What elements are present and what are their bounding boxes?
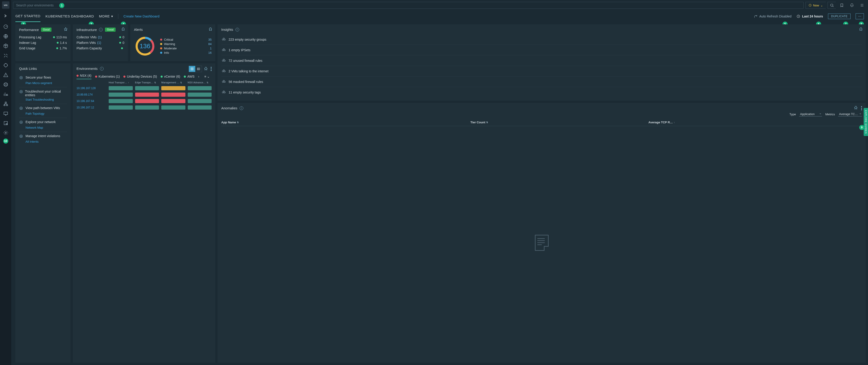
status-bar[interactable] [161, 105, 185, 110]
alert-legend-row[interactable]: Critical35 [160, 38, 212, 41]
nav-internet-icon[interactable] [0, 80, 11, 89]
status-bar[interactable] [109, 93, 133, 97]
status-bar[interactable] [135, 93, 159, 97]
insight-row[interactable]: 1 empty IPSets [221, 45, 862, 55]
info-icon[interactable]: i [100, 67, 104, 70]
quicklink-link[interactable]: Start Troubleshooting [26, 98, 67, 101]
nav-analytics-icon[interactable] [0, 89, 11, 99]
metrics-select[interactable]: Average TC… [838, 112, 862, 117]
nav-tools-icon[interactable] [0, 51, 11, 60]
env-row-ip[interactable]: 10.196.167.128 [76, 87, 106, 90]
metric-row[interactable]: Processing Lag113 ms [19, 34, 67, 40]
metric-row[interactable]: Indexer Lag1.4 s [19, 40, 67, 45]
env-row-ip[interactable]: 10.196.167.64 [76, 99, 106, 103]
col-avg-tcp[interactable]: Average TCP R…↓ [648, 121, 862, 124]
alerts-donut-chart[interactable]: 136 [134, 35, 156, 57]
col-header[interactable]: Host Transpor…↑ [109, 81, 133, 84]
alert-legend-row[interactable]: Info16 [160, 51, 212, 55]
status-bar[interactable] [109, 105, 133, 110]
vmware-logo[interactable]: vm [2, 1, 9, 9]
status-bar[interactable] [161, 93, 185, 97]
status-bar[interactable] [109, 86, 133, 90]
status-bar[interactable] [188, 99, 212, 103]
pin-icon[interactable] [64, 27, 68, 32]
nav-settings-icon[interactable] [0, 128, 11, 138]
insight-row[interactable]: 223 empty security groups [221, 34, 862, 45]
dashboard-more-actions[interactable]: ⋯ [856, 13, 864, 19]
alert-legend-row[interactable]: Moderate1 [160, 47, 212, 50]
insight-row[interactable]: 11 empty security tags [221, 87, 862, 97]
search-icon-button[interactable] [828, 2, 836, 9]
env-tab-aws[interactable]: AWS [184, 75, 194, 78]
auto-refresh-toggle[interactable]: Auto Refresh Disabled [754, 14, 792, 18]
pin-icon[interactable] [204, 67, 208, 71]
search-input[interactable] [16, 3, 801, 7]
more-menu-icon[interactable] [210, 67, 213, 71]
quicklink-link[interactable]: Plan Micro-segment [26, 81, 67, 85]
type-select[interactable]: Application [799, 112, 822, 117]
info-icon[interactable]: i [236, 28, 239, 31]
time-range-now[interactable]: Now ⌄ [806, 2, 826, 9]
status-bar[interactable] [109, 99, 133, 103]
nav-monitor-icon[interactable] [0, 109, 11, 118]
time-range-selector[interactable]: Last 24 hours [797, 14, 823, 18]
nav-globe-icon[interactable] [0, 31, 11, 41]
status-bar[interactable] [161, 86, 185, 90]
insight-row[interactable]: 56 masked firewall rules [221, 77, 862, 87]
env-tab-underlay[interactable]: Underlay Devices (5) [123, 75, 157, 78]
info-icon[interactable]: i [240, 107, 243, 110]
env-tab-vcenter[interactable]: vCenter (6) [161, 75, 180, 78]
status-bar[interactable] [135, 99, 159, 103]
expand-sidebar-icon[interactable] [4, 14, 8, 19]
explore-guides-tab[interactable]: EXPLORE GUIDES [864, 108, 868, 136]
tab-kubernetes[interactable]: KUBERNETES DASHBOARD [45, 10, 94, 22]
insight-row[interactable]: 2 VMs talking to the internet [221, 66, 862, 77]
hamburger-menu-icon[interactable] [858, 3, 866, 7]
pin-icon[interactable] [121, 27, 125, 32]
duplicate-button[interactable]: DUPLICATE [828, 13, 850, 19]
pin-icon[interactable] [859, 27, 863, 32]
env-tab-kubernetes[interactable]: Kubernetes (1) [95, 75, 120, 78]
create-dashboard-link[interactable]: Create New Dashboard [123, 14, 159, 18]
col-app-name[interactable]: App Name⇅ [221, 121, 470, 124]
nav-topology-icon[interactable] [0, 99, 11, 109]
alert-legend-row[interactable]: Warning84 [160, 42, 212, 46]
search-box[interactable]: 1 [13, 2, 804, 9]
metric-row[interactable]: Collector VMs(1)0 [76, 34, 124, 40]
info-icon[interactable]: i [99, 28, 103, 31]
nav-target-icon[interactable] [0, 60, 11, 70]
env-row-ip[interactable]: 10.196.167.12 [76, 106, 106, 109]
status-bar[interactable] [161, 99, 185, 103]
nav-dashboard-icon[interactable] [0, 22, 11, 31]
tab-more[interactable]: MORE ▾ [99, 10, 113, 22]
more-menu-icon[interactable] [860, 106, 863, 110]
pin-icon[interactable] [208, 27, 213, 32]
col-header[interactable]: Management …⇅ [161, 81, 185, 84]
bell-icon[interactable] [848, 3, 856, 7]
metric-row[interactable]: Grid Usage1.7% [19, 45, 67, 51]
insight-row[interactable]: 72 unused firewall rules [221, 55, 862, 66]
tab-get-started[interactable]: GET STARTED [16, 10, 40, 22]
status-bar[interactable] [188, 105, 212, 110]
nav-alert-icon[interactable] [0, 70, 11, 80]
status-bar[interactable] [135, 105, 159, 110]
list-options-icon[interactable]: ≡ ⌄ [204, 75, 210, 78]
metric-row[interactable]: Platform VMs(1)0 [76, 40, 124, 45]
pin-icon[interactable] [854, 106, 858, 111]
col-header[interactable]: NSX Advance…⇅ [188, 81, 212, 84]
nav-cube-icon[interactable] [0, 41, 11, 51]
nav-inventory-icon[interactable] [0, 118, 11, 128]
env-tab-nsx[interactable]: NSX (4) [76, 74, 91, 79]
quicklink-link[interactable]: Path Topology [26, 112, 67, 115]
metric-row[interactable]: Platform Capacity [76, 45, 124, 51]
view-grid-icon[interactable] [189, 66, 195, 72]
view-table-icon[interactable] [195, 66, 202, 72]
env-row-ip[interactable]: 10.89.69.174 [76, 93, 106, 96]
status-bar[interactable] [135, 86, 159, 90]
bookmark-icon[interactable] [838, 3, 846, 7]
status-bar[interactable] [188, 86, 212, 90]
quicklink-link[interactable]: All Intents [26, 140, 67, 143]
quicklink-link[interactable]: Network Map [26, 126, 67, 129]
status-bar[interactable] [188, 93, 212, 97]
col-tier-count[interactable]: Tier Count⇅ [470, 121, 649, 124]
